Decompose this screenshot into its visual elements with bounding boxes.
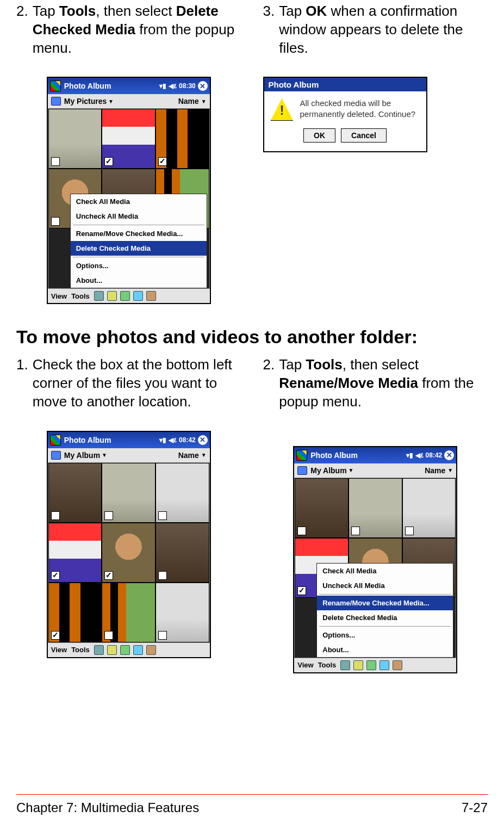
toolbar-icon[interactable] <box>107 645 117 655</box>
chapter-title: Chapter 7: Multimedia Features <box>16 800 199 815</box>
menu-about[interactable]: About... <box>71 273 207 288</box>
menu-options[interactable]: Options... <box>71 258 207 273</box>
speaker-icon: ◀٤ <box>415 451 424 459</box>
checkbox[interactable] <box>51 571 60 580</box>
close-icon[interactable]: ✕ <box>444 450 454 460</box>
checkbox[interactable] <box>104 511 113 520</box>
thumb[interactable] <box>402 478 456 538</box>
trash-icon[interactable] <box>120 645 130 655</box>
menu-about[interactable]: About... <box>317 642 453 657</box>
dialog-title: Photo Album <box>264 78 426 91</box>
ok-button[interactable]: OK <box>303 128 335 143</box>
folder-name: My Album <box>64 451 100 460</box>
titlebar: Photo Album ▾▮ ◀٤ 08:30 ✕ <box>48 78 210 94</box>
folder-bar[interactable]: My Album ▼ Name▼ <box>294 463 456 478</box>
menu-uncheck-all[interactable]: Uncheck All Media <box>317 578 453 593</box>
menu-rename-move[interactable]: Rename/Move Checked Media... <box>317 596 453 610</box>
thumb[interactable] <box>102 523 155 583</box>
checkbox[interactable] <box>51 157 60 166</box>
thumb[interactable] <box>102 109 155 169</box>
menu-options[interactable]: Options... <box>317 628 453 642</box>
checkbox[interactable] <box>297 527 306 535</box>
view-menu[interactable]: View <box>51 646 67 654</box>
close-icon[interactable]: ✕ <box>198 81 208 91</box>
checkbox[interactable] <box>158 571 167 580</box>
thumb[interactable] <box>102 463 155 523</box>
chevron-down-icon: ▼ <box>201 98 207 104</box>
tools-popup-menu: Check All Media Uncheck All Media Rename… <box>316 563 453 658</box>
toolbar-icon[interactable] <box>133 291 143 301</box>
menu-uncheck-all[interactable]: Uncheck All Media <box>71 209 207 224</box>
checkbox[interactable] <box>158 157 167 166</box>
toolbar-icon[interactable] <box>379 660 389 670</box>
menu-rename-move[interactable]: Rename/Move Checked Media... <box>71 226 207 241</box>
thumb[interactable] <box>48 463 102 523</box>
trash-icon[interactable] <box>366 660 376 670</box>
thumb[interactable] <box>48 523 102 583</box>
cancel-button[interactable]: Cancel <box>341 128 387 143</box>
toolbar-icon[interactable] <box>353 660 363 670</box>
folder-name: My Pictures <box>64 97 107 106</box>
checkbox[interactable] <box>51 511 60 520</box>
start-flag-icon[interactable] <box>50 81 61 91</box>
checkbox[interactable] <box>351 527 360 535</box>
thumb[interactable] <box>155 583 209 642</box>
menu-check-all[interactable]: Check All Media <box>317 564 453 578</box>
checkbox[interactable] <box>158 511 167 520</box>
toolbar-icon[interactable] <box>107 291 117 301</box>
bold-tools: Tools <box>306 356 342 373</box>
checkbox[interactable] <box>51 217 60 226</box>
toolbar-icon[interactable] <box>340 660 350 670</box>
toolbar-icon[interactable] <box>94 291 104 301</box>
folder-bar[interactable]: My Album ▼ Name▼ <box>48 448 210 463</box>
view-menu[interactable]: View <box>297 661 313 669</box>
view-menu[interactable]: View <box>51 292 67 300</box>
thumb[interactable] <box>102 583 155 642</box>
tools-menu[interactable]: Tools <box>318 661 337 669</box>
step-body: Tap OK when a confirmation window appear… <box>279 2 488 57</box>
thumb[interactable] <box>155 523 209 583</box>
start-flag-icon[interactable] <box>296 450 307 461</box>
checkbox[interactable] <box>51 631 60 640</box>
toolbar-icon[interactable] <box>146 291 156 301</box>
bottom-toolbar: View Tools <box>294 658 456 672</box>
trash-icon[interactable] <box>120 291 130 301</box>
chevron-down-icon: ▼ <box>447 467 453 473</box>
menu-delete-checked[interactable]: Delete Checked Media <box>71 241 207 256</box>
checkbox[interactable] <box>104 631 113 640</box>
thumb[interactable] <box>155 463 209 523</box>
toolbar-icon[interactable] <box>133 645 143 655</box>
dialog-message: All checked media will be permanently de… <box>300 98 420 119</box>
sort-name[interactable]: Name <box>178 451 199 460</box>
sort-name[interactable]: Name <box>425 466 445 475</box>
start-flag-icon[interactable] <box>50 435 61 445</box>
step-3: 3. Tap OK when a confirmation window app… <box>263 2 488 57</box>
clock-text: 08:42 <box>426 451 443 459</box>
toolbar-icon[interactable] <box>393 660 402 670</box>
section-heading: To move photos and videos to another fol… <box>16 326 488 348</box>
checkbox[interactable] <box>405 527 414 535</box>
checkbox[interactable] <box>104 571 113 580</box>
thumb[interactable] <box>349 478 402 538</box>
thumb[interactable] <box>155 109 209 169</box>
menu-check-all[interactable]: Check All Media <box>71 194 207 209</box>
tools-menu[interactable]: Tools <box>71 646 90 654</box>
menu-delete-checked[interactable]: Delete Checked Media <box>317 610 453 625</box>
warning-icon <box>271 98 294 121</box>
toolbar-icon[interactable] <box>146 645 156 655</box>
checkbox[interactable] <box>104 157 113 166</box>
close-icon[interactable]: ✕ <box>198 435 208 445</box>
bold-ok: OK <box>306 3 327 19</box>
sort-name[interactable]: Name <box>178 97 199 106</box>
toolbar-icon[interactable] <box>94 645 104 655</box>
thumb[interactable] <box>48 109 102 169</box>
step-num: 2. <box>263 356 275 411</box>
checkbox[interactable] <box>158 631 167 640</box>
tools-menu[interactable]: Tools <box>71 292 90 300</box>
menu-separator <box>73 225 204 225</box>
thumb[interactable] <box>295 478 349 538</box>
thumb[interactable] <box>48 583 102 642</box>
checkbox[interactable] <box>297 586 306 595</box>
folder-bar[interactable]: My Pictures ▼ Name▼ <box>48 94 210 109</box>
step-1b: 1. Check the box at the bottom left corn… <box>16 356 241 411</box>
